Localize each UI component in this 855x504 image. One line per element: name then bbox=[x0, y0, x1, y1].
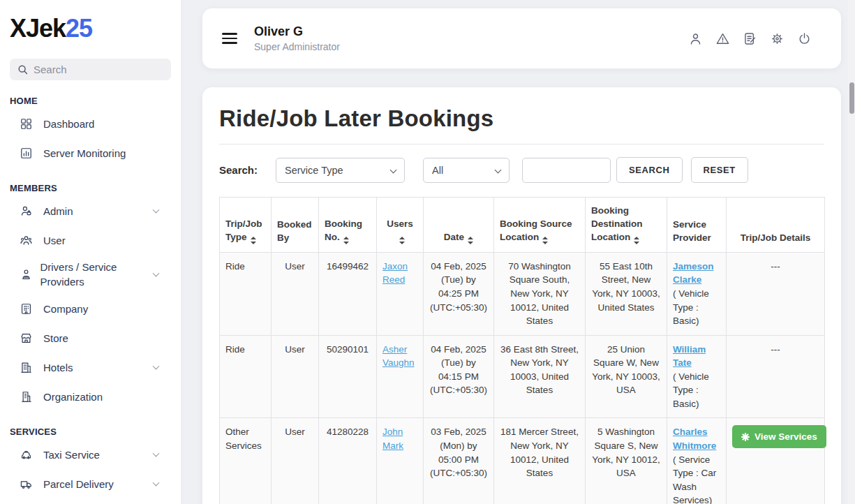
sidebar-item-parcel-delivery[interactable]: Parcel Delivery bbox=[10, 469, 171, 498]
filter-keyword-input[interactable] bbox=[522, 158, 611, 183]
report-icon[interactable] bbox=[743, 31, 757, 46]
truck-icon bbox=[20, 477, 43, 491]
service-provider-link[interactable]: Charles Whitmore bbox=[673, 427, 716, 451]
sidebar-item-server-monitoring[interactable]: Server Monitoring bbox=[10, 138, 171, 168]
chevron-down-icon bbox=[153, 363, 160, 370]
column-header-date[interactable]: Date bbox=[424, 198, 494, 253]
sidebar-item-label: Drivers / Service Providers bbox=[40, 260, 171, 289]
profile-icon[interactable] bbox=[688, 31, 703, 46]
driver-icon bbox=[20, 268, 40, 281]
sidebar-item-company[interactable]: Company bbox=[10, 294, 171, 323]
date-cell: 04 Feb, 2025 (Tue) by 04:15 PM (UTC:+05:… bbox=[424, 335, 494, 418]
user-link[interactable]: Jaxon Reed bbox=[382, 261, 408, 286]
user-block: Oliver G Super Administrator bbox=[254, 24, 340, 52]
scrollbar-thumb[interactable] bbox=[849, 82, 854, 114]
page-scrollbar[interactable] bbox=[848, 0, 855, 504]
sidebar-item-label: User bbox=[43, 233, 89, 248]
column-header-service-provider: Service Provider bbox=[667, 198, 727, 253]
service-provider-link[interactable]: Jameson Clarke bbox=[673, 261, 714, 286]
booking-no-cell: 16499462 bbox=[319, 252, 377, 335]
trip-type-cell: Other Services bbox=[220, 418, 272, 504]
search-button[interactable]: SEARCH bbox=[616, 157, 683, 183]
sidebar-item-hotels[interactable]: Hotels bbox=[10, 353, 171, 382]
company-icon bbox=[20, 302, 43, 316]
section-label-home: HOME bbox=[10, 96, 171, 106]
sort-icon bbox=[542, 237, 548, 244]
content-card: Ride/Job Later Bookings Search: Service … bbox=[202, 87, 841, 504]
sidebar: XJek25 HOME Dashboard Server Monitoring … bbox=[0, 0, 181, 504]
sidebar-item-dashboard[interactable]: Dashboard bbox=[10, 109, 171, 138]
service-provider-cell: Jameson Clarke( Vehicle Type : Basic) bbox=[667, 252, 727, 335]
sidebar-item-label: Admin bbox=[43, 204, 97, 218]
provider-detail: ( Vehicle Type : Basic) bbox=[673, 370, 720, 411]
sidebar-item-label: Hotels bbox=[43, 360, 97, 375]
trip-type-cell: Ride bbox=[220, 252, 272, 335]
app-logo[interactable]: XJek25 bbox=[10, 0, 171, 43]
taxi-icon bbox=[20, 448, 43, 461]
user-role: Super Administrator bbox=[254, 41, 340, 52]
server-monitoring-icon bbox=[20, 147, 43, 160]
sidebar-item-admin[interactable]: Admin bbox=[10, 196, 171, 225]
dashboard-icon bbox=[20, 117, 43, 131]
view-services-button[interactable]: View Services bbox=[732, 425, 826, 448]
source-location-cell: 70 Washington Square South, New York, NY… bbox=[494, 252, 586, 335]
booking-no-cell: 50290101 bbox=[319, 335, 377, 418]
top-bar: Oliver G Super Administrator bbox=[202, 8, 841, 68]
column-header-booking-no[interactable]: Booking No. bbox=[319, 198, 377, 253]
alert-icon[interactable] bbox=[715, 31, 730, 46]
date-cell: 03 Feb, 2025 (Mon) by 05:00 PM (UTC:+05:… bbox=[424, 418, 494, 504]
sidebar-item-taxi-service[interactable]: Taxi Service bbox=[10, 440, 171, 469]
column-header-booked-by: Booked By bbox=[272, 198, 319, 253]
sidebar-item-drivers-service-providers[interactable]: Drivers / Service Providers bbox=[10, 255, 171, 294]
trip-details-cell: --- bbox=[727, 252, 825, 335]
service-provider-link[interactable]: William Tate bbox=[673, 344, 706, 369]
chevron-down-icon bbox=[153, 207, 160, 214]
chevron-down-icon bbox=[153, 480, 160, 487]
filter-type-select-wrap: Service Type bbox=[276, 158, 405, 183]
table-row: Ride User 50290101 Asher Vaughn 04 Feb, … bbox=[220, 335, 825, 418]
sidebar-item-label: Dashboard bbox=[43, 117, 118, 131]
user-link[interactable]: John Mark bbox=[382, 427, 403, 451]
users-cell: Asher Vaughn bbox=[377, 335, 424, 418]
sidebar-item-user[interactable]: User bbox=[10, 225, 171, 255]
topbar-icons bbox=[688, 31, 812, 46]
trip-details-cell: --- bbox=[727, 335, 825, 418]
sidebar-search[interactable] bbox=[10, 59, 171, 80]
search-input[interactable] bbox=[34, 64, 164, 75]
table-row: Other Services User 41280228 John Mark 0… bbox=[220, 418, 825, 504]
admin-icon bbox=[20, 205, 43, 218]
logo-accent-text: 25 bbox=[66, 14, 92, 43]
filter-bar: Search: Service Type All SEARCH RESET bbox=[219, 157, 824, 183]
table-row: Ride User 16499462 Jaxon Reed 04 Feb, 20… bbox=[220, 252, 825, 335]
provider-detail: ( Service Type : Car Wash Services) bbox=[673, 453, 720, 504]
sidebar-item-label: Company bbox=[43, 302, 112, 316]
filter-type-select[interactable]: Service Type bbox=[276, 158, 405, 183]
column-header-users[interactable]: Users bbox=[377, 198, 424, 253]
settings-icon[interactable] bbox=[770, 31, 785, 46]
column-header-booking-source-location[interactable]: Booking Source Location bbox=[494, 198, 586, 253]
sidebar-item-organization[interactable]: Organization bbox=[10, 382, 171, 411]
sort-icon bbox=[634, 237, 639, 244]
filter-all-select[interactable]: All bbox=[423, 158, 510, 183]
column-header-trip-job-type[interactable]: Trip/Job Type bbox=[220, 198, 272, 253]
user-link[interactable]: Asher Vaughn bbox=[382, 344, 415, 369]
column-header-trip-job-details: Trip/Job Details bbox=[727, 198, 825, 253]
sidebar-item-label: Parcel Delivery bbox=[43, 477, 137, 491]
reset-button[interactable]: RESET bbox=[691, 157, 748, 183]
sidebar-item-label: Server Monitoring bbox=[43, 146, 149, 161]
menu-toggle-icon[interactable] bbox=[222, 33, 237, 43]
users-cell: Jaxon Reed bbox=[377, 252, 424, 335]
sort-icon bbox=[468, 237, 473, 244]
column-header-booking-destination-location[interactable]: Booking Destination Location bbox=[586, 198, 667, 253]
destination-location-cell: 5 Washington Square S, New York, NY 1001… bbox=[586, 418, 667, 504]
sidebar-item-label: Store bbox=[43, 331, 92, 346]
booked-by-cell: User bbox=[272, 335, 319, 418]
services-icon bbox=[741, 433, 750, 441]
sidebar-item-store[interactable]: Store bbox=[10, 323, 171, 353]
users-cell: John Mark bbox=[377, 418, 424, 504]
trip-details-cell: View Services bbox=[727, 418, 825, 504]
sort-icon bbox=[251, 237, 256, 244]
service-provider-cell: Charles Whitmore( Service Type : Car Was… bbox=[667, 418, 727, 504]
power-icon[interactable] bbox=[797, 31, 812, 46]
sidebar-item-label: Organization bbox=[43, 390, 126, 404]
